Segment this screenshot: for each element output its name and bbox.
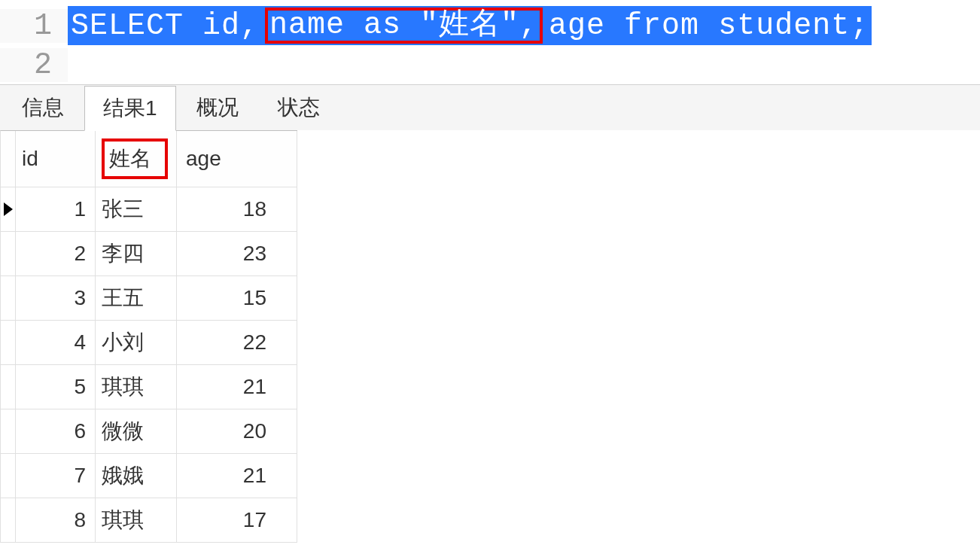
cell-age[interactable]: 18 — [177, 187, 297, 232]
header-marker — [1, 131, 16, 187]
cell-age[interactable]: 17 — [177, 498, 297, 543]
code-line-2[interactable]: 2 — [0, 45, 980, 84]
row-marker — [1, 321, 16, 365]
code-content[interactable] — [68, 45, 980, 84]
cell-id[interactable]: 7 — [16, 454, 96, 498]
cell-name[interactable]: 张三 — [96, 187, 177, 232]
sql-editor[interactable]: 1 SELECT id,name as "姓名",age from studen… — [0, 0, 980, 85]
cell-age[interactable]: 20 — [177, 409, 297, 454]
cell-id[interactable]: 5 — [16, 365, 96, 409]
cell-id[interactable]: 4 — [16, 321, 96, 365]
cell-id[interactable]: 8 — [16, 498, 96, 543]
tab-profile[interactable]: 概况 — [178, 85, 257, 130]
row-marker — [1, 365, 16, 409]
sql-text-post[interactable]: age from student; — [546, 6, 872, 45]
row-marker — [1, 409, 16, 454]
cell-name[interactable]: 琪琪 — [96, 498, 177, 543]
row-marker — [1, 276, 16, 321]
table-row[interactable]: 8琪琪17 — [1, 498, 297, 543]
cell-id[interactable]: 1 — [16, 187, 96, 232]
results-grid[interactable]: id 姓名 age 1张三182李四233王五154小刘225琪琪216微微20… — [0, 130, 297, 543]
cell-age[interactable]: 21 — [177, 365, 297, 409]
cell-name[interactable]: 王五 — [96, 276, 177, 321]
header-id[interactable]: id — [16, 131, 96, 187]
cell-name[interactable]: 娥娥 — [96, 454, 177, 498]
tab-info[interactable]: 信息 — [3, 85, 83, 130]
cell-name[interactable]: 微微 — [96, 409, 177, 454]
table-row[interactable]: 7娥娥21 — [1, 454, 297, 498]
tab-status[interactable]: 状态 — [259, 85, 339, 130]
row-marker — [1, 187, 16, 232]
sql-alias-highlight[interactable]: name as "姓名", — [262, 6, 546, 45]
table-row[interactable]: 6微微20 — [1, 409, 297, 454]
line-number: 1 — [0, 9, 68, 43]
cell-name[interactable]: 小刘 — [96, 321, 177, 365]
cell-name[interactable]: 琪琪 — [96, 365, 177, 409]
result-tabs: 信息 结果1 概况 状态 — [0, 85, 980, 130]
cell-age[interactable]: 22 — [177, 321, 297, 365]
table-row[interactable]: 3王五15 — [1, 276, 297, 321]
code-line-1[interactable]: 1 SELECT id,name as "姓名",age from studen… — [0, 6, 980, 45]
code-content[interactable]: SELECT id,name as "姓名",age from student; — [68, 6, 980, 45]
row-marker — [1, 498, 16, 543]
row-marker — [1, 232, 16, 276]
sql-text-pre[interactable]: SELECT id, — [68, 6, 262, 45]
cell-age[interactable]: 23 — [177, 232, 297, 276]
cell-age[interactable]: 21 — [177, 454, 297, 498]
tab-result1[interactable]: 结果1 — [84, 86, 176, 131]
table-row[interactable]: 4小刘22 — [1, 321, 297, 365]
name-header-highlight: 姓名 — [102, 138, 168, 179]
cell-id[interactable]: 2 — [16, 232, 96, 276]
table-row[interactable]: 1张三18 — [1, 187, 297, 232]
cell-name[interactable]: 李四 — [96, 232, 177, 276]
cell-age[interactable]: 15 — [177, 276, 297, 321]
header-name[interactable]: 姓名 — [96, 131, 177, 187]
row-marker — [1, 454, 16, 498]
table-header-row: id 姓名 age — [1, 131, 297, 187]
table-row[interactable]: 5琪琪21 — [1, 365, 297, 409]
sql-alias-box: name as "姓名", — [265, 8, 543, 44]
line-number: 2 — [0, 48, 68, 82]
current-row-icon — [4, 202, 13, 216]
cell-id[interactable]: 3 — [16, 276, 96, 321]
table-row[interactable]: 2李四23 — [1, 232, 297, 276]
header-age[interactable]: age — [177, 131, 297, 187]
cell-id[interactable]: 6 — [16, 409, 96, 454]
